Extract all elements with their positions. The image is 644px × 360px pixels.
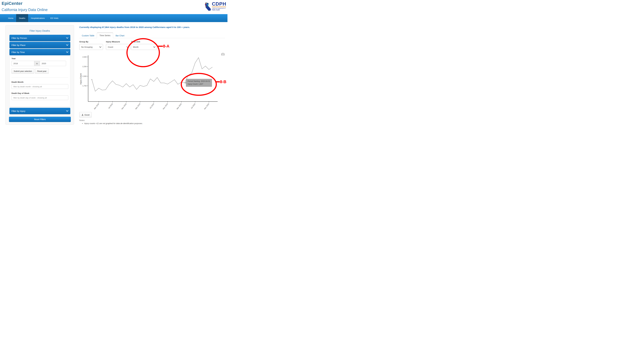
group-by-select[interactable]: No Grouping bbox=[79, 44, 103, 50]
tab-bar-chart[interactable]: Bar Chart bbox=[113, 33, 127, 38]
svg-text:Injury Count: Injury Count bbox=[80, 73, 82, 84]
group-by-label: Group By bbox=[79, 40, 103, 43]
group-by-control: Group By No Grouping bbox=[79, 40, 103, 50]
filter-by-time-body: Year to Submit year selection Reset year… bbox=[10, 55, 70, 106]
logo-dept-line2: Public Health bbox=[212, 9, 226, 11]
chevron-down-icon bbox=[66, 38, 68, 39]
year-label: Year bbox=[12, 58, 68, 60]
svg-text:Jul 2018: Jul 2018 bbox=[108, 103, 113, 109]
svg-text:Nov 2018: Nov 2018 bbox=[121, 103, 127, 110]
filter-panel-title: Filter Injury Deaths bbox=[6, 30, 74, 32]
reset-year-button[interactable]: Reset year bbox=[35, 68, 49, 74]
injury-measure-select[interactable]: Count bbox=[106, 44, 130, 50]
download-plot-camera-icon[interactable] bbox=[221, 53, 225, 56]
year-from-input[interactable] bbox=[12, 61, 34, 66]
tooltip-count: Injury Count: 1,827 bbox=[188, 83, 210, 86]
notes-title: Notes: bbox=[79, 119, 197, 122]
time-unit-select-wrap: Month bbox=[131, 44, 157, 50]
injury-measure-select-wrap: Count bbox=[106, 44, 130, 50]
reset-filters-button[interactable]: Reset Filters bbox=[9, 117, 71, 122]
california-shape-icon bbox=[204, 2, 211, 11]
chevron-down-icon bbox=[66, 52, 68, 53]
tooltip-arrow bbox=[185, 82, 186, 84]
chevron-down-icon bbox=[66, 44, 68, 46]
logo-rule bbox=[212, 6, 226, 7]
svg-text:Mar 2020: Mar 2020 bbox=[176, 103, 182, 110]
annotation-label-8a: 8-A bbox=[163, 44, 170, 48]
death-month-input[interactable] bbox=[12, 84, 68, 89]
death-day-of-week-input[interactable] bbox=[12, 95, 68, 100]
chevron-down-icon bbox=[66, 110, 68, 112]
logo-dept-line1: California Department of bbox=[212, 8, 226, 9]
svg-text:2,000: 2,000 bbox=[82, 75, 87, 77]
nav-item-hospitalizations[interactable]: Hospitalizations bbox=[28, 14, 48, 22]
injury-measure-control: Injury Measure Count bbox=[106, 40, 130, 50]
group-by-select-wrap: No Grouping bbox=[79, 44, 103, 50]
annotation-label-8b: 8-B bbox=[220, 80, 226, 84]
death-day-of-week-label: Death Day of Week bbox=[12, 92, 68, 94]
app-title: EpiCenter bbox=[2, 1, 22, 6]
accordion-filter-by-place[interactable]: Filter by Place bbox=[10, 42, 70, 48]
svg-text:Jul 2019: Jul 2019 bbox=[149, 103, 154, 109]
injury-measure-label: Injury Measure bbox=[106, 40, 130, 43]
notes-section: Notes: Injury counts <11 are not graphed… bbox=[79, 119, 197, 124]
filter-panel: Filter Injury Deaths Filter by Person Fi… bbox=[6, 25, 74, 124]
accordion-filter-by-time[interactable]: Filter by Time bbox=[10, 49, 70, 55]
death-month-label: Death Month bbox=[12, 81, 68, 83]
main-navbar: Home Deaths Hospitalizations ED Visits bbox=[0, 14, 228, 22]
accordion-filter-by-injury[interactable]: Filter by Injury bbox=[10, 108, 70, 114]
accordion-label: Filter by Person bbox=[12, 37, 27, 39]
divider bbox=[12, 78, 68, 78]
chart-tooltip: Period Starting: 2020-04-01 Injury Count… bbox=[186, 79, 212, 87]
svg-text:2,500: 2,500 bbox=[82, 56, 87, 58]
year-to-addon: to bbox=[34, 61, 40, 66]
nav-item-deaths[interactable]: Deaths bbox=[16, 14, 28, 22]
tooltip-period: Period Starting: 2020-04-01 bbox=[188, 80, 210, 83]
svg-text:Nov 2019: Nov 2019 bbox=[162, 103, 168, 110]
time-unit-control: Time Unit Month bbox=[131, 40, 157, 50]
results-summary: Currently displaying 67,864 injury death… bbox=[79, 26, 220, 28]
view-tabs: Custom Table Time Series Bar Chart bbox=[79, 32, 225, 38]
accordion-filter-by-person[interactable]: Filter by Person bbox=[10, 35, 70, 41]
page: EpiCenter California Injury Data Online … bbox=[0, 0, 228, 127]
accordion-label: Filter by Time bbox=[12, 51, 25, 54]
nav-item-home[interactable]: Home bbox=[5, 14, 16, 22]
note-item: Injury counts <11 are not graphed for da… bbox=[84, 122, 197, 124]
svg-text:Jul 2020: Jul 2020 bbox=[190, 103, 196, 109]
time-unit-select[interactable]: Month bbox=[131, 44, 157, 50]
svg-text:1,750: 1,750 bbox=[82, 85, 87, 87]
svg-text:Mar 2019: Mar 2019 bbox=[135, 103, 141, 110]
app-subtitle: California Injury Data Online bbox=[2, 8, 48, 12]
cdph-logo: CDPH California Department of Public Hea… bbox=[204, 2, 226, 14]
accordion-label: Filter by Place bbox=[12, 44, 26, 46]
time-unit-label: Time Unit bbox=[131, 40, 157, 43]
year-range-group: to bbox=[12, 61, 68, 66]
svg-text:Mar 2018: Mar 2018 bbox=[94, 103, 99, 110]
svg-text:2,250: 2,250 bbox=[82, 66, 87, 68]
year-to-input[interactable] bbox=[40, 61, 66, 66]
tab-time-series[interactable]: Time Series bbox=[97, 32, 113, 38]
tab-custom-table[interactable]: Custom Table bbox=[79, 33, 97, 38]
submit-year-button[interactable]: Submit year selection bbox=[12, 68, 34, 74]
cdph-acronym: CDPH bbox=[212, 2, 226, 6]
accordion-label: Filter by Injury bbox=[12, 110, 25, 112]
nav-item-ed-visits[interactable]: ED Visits bbox=[48, 14, 61, 22]
svg-text:Nov 2020: Nov 2020 bbox=[204, 103, 210, 110]
